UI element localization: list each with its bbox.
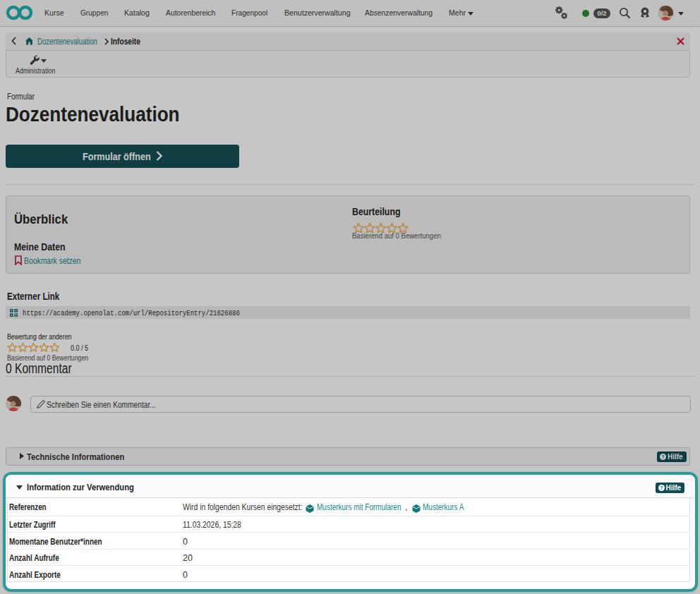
svg-text:?: ? — [660, 485, 663, 490]
